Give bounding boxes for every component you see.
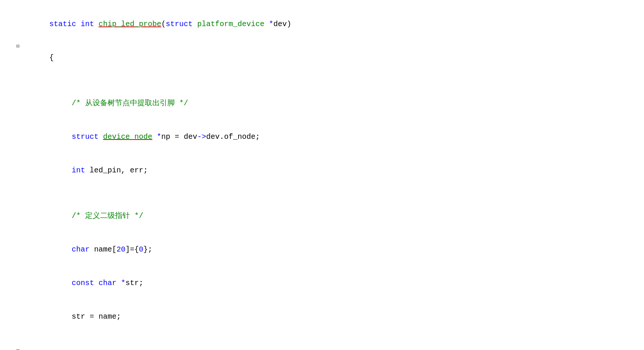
code-line-9: char name[20]={0}; <box>11 233 633 266</box>
gutter-5 <box>11 120 22 121</box>
gutter-12 <box>11 334 22 334</box>
gutter-7 <box>11 187 22 188</box>
code-line-12 <box>11 334 633 346</box>
gutter-13: ⊟ <box>11 346 22 350</box>
num-20: 20 <box>116 245 125 254</box>
comment-1: /* 从设备树节点中提取出引脚 */ <box>72 99 188 107</box>
str-assign: str = name; <box>72 312 121 321</box>
code-text-4: /* 从设备树节点中提取出引脚 */ <box>22 87 633 120</box>
code-text-11: str = name; <box>22 300 633 334</box>
gutter-10 <box>11 266 22 267</box>
code-text-9: char name[20]={0}; <box>22 233 633 266</box>
collapse-icon-2[interactable]: ⊟ <box>16 348 19 350</box>
paren-open: ( <box>161 20 166 28</box>
gutter-8 <box>11 199 22 200</box>
code-text-10: const char *str; <box>22 266 633 300</box>
keyword-char-2: char <box>99 279 121 287</box>
keyword-int-2: int <box>72 166 90 175</box>
brace-open: { <box>49 53 54 62</box>
space3 <box>152 132 157 141</box>
num-0: 0 <box>139 245 143 254</box>
paren-close: ) <box>287 20 291 28</box>
code-line-7 <box>11 187 633 199</box>
brace-close-semi: }; <box>143 245 152 254</box>
param-dev: dev <box>273 20 287 28</box>
ptr-star-3: * <box>121 279 125 287</box>
code-text-1: static int chip_led_probe(struct platfor… <box>22 7 633 41</box>
code-text-2: { <box>22 41 633 75</box>
code-text-6: int led_pin, err; <box>22 154 633 187</box>
code-line-8: /* 定义二级指针 */ <box>11 199 633 233</box>
ptr-star: * <box>269 20 273 28</box>
equals: = <box>170 132 184 141</box>
type-device-node: device_node <box>103 132 152 141</box>
code-line-10: const char *str; <box>11 266 633 300</box>
var-np: np <box>161 132 170 141</box>
keyword-static: static <box>49 20 81 28</box>
comment-2: /* 定义二级指针 */ <box>72 212 143 220</box>
gutter-11 <box>11 300 22 301</box>
code-text-5: struct device_node *np = dev->dev.of_nod… <box>22 120 633 154</box>
space2 <box>264 20 269 28</box>
gutter-4 <box>11 87 22 87</box>
code-text-3 <box>22 75 633 86</box>
code-container: static int chip_led_probe(struct platfor… <box>0 0 644 350</box>
keyword-char: char <box>72 245 94 254</box>
code-line-5: struct device_node *np = dev->dev.of_nod… <box>11 120 633 154</box>
code-line-1: static int chip_led_probe(struct platfor… <box>11 7 633 41</box>
gutter-9 <box>11 233 22 234</box>
gutter-1 <box>11 7 22 8</box>
arrow-op: -> <box>197 132 206 141</box>
collapse-icon-1[interactable]: ⊟ <box>16 43 19 49</box>
var-led-pin-err: led_pin, err; <box>90 166 148 175</box>
type-platform-device: platform_device <box>197 20 264 28</box>
code-line-11: str = name; <box>11 300 633 334</box>
var-str: str; <box>125 279 143 287</box>
gutter-3 <box>11 75 22 75</box>
keyword-struct-2: struct <box>72 132 103 141</box>
code-line-2: ⊟ { <box>11 41 633 75</box>
gutter-6 <box>11 154 22 154</box>
keyword-const: const <box>72 279 99 287</box>
code-text-13: /* 此platform_driver支持的platform_device可能不… <box>22 346 633 350</box>
gutter-2: ⊟ <box>11 41 22 51</box>
dev-of-node: dev.of_node; <box>206 132 260 141</box>
brace-init: ]={ <box>125 245 139 254</box>
code-line-3 <box>11 75 633 87</box>
ptr-star-2: * <box>157 132 161 141</box>
code-line-4: /* 从设备树节点中提取出引脚 */ <box>11 87 633 120</box>
dev-arrow: dev <box>184 132 197 141</box>
code-line-6: int led_pin, err; <box>11 154 633 187</box>
code-text-12 <box>22 334 633 345</box>
code-text-7 <box>22 187 633 199</box>
space <box>94 20 99 28</box>
fn-chip-led-probe: chip_led_probe <box>99 20 161 28</box>
keyword-int: int <box>81 20 94 28</box>
code-line-13: ⊟ /* 此platform_driver支持的platform_device可… <box>11 346 633 350</box>
var-name-array: name[ <box>94 245 116 254</box>
code-text-8: /* 定义二级指针 */ <box>22 199 633 233</box>
keyword-struct: struct <box>166 20 197 28</box>
